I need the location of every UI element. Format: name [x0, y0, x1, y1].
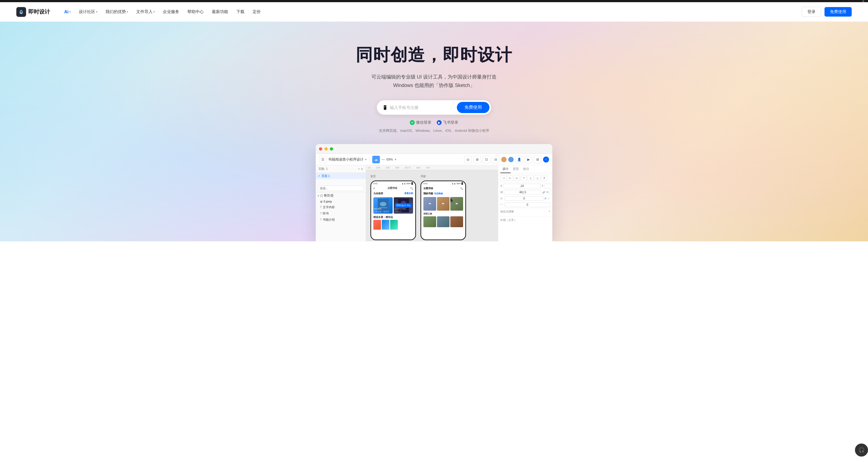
page-name: 页面 1 — [321, 174, 330, 178]
layer-item-intro[interactable]: T 书籍介绍 — [318, 217, 366, 223]
plus-icon[interactable]: + — [395, 158, 397, 161]
nav-item-enterprise[interactable]: 企业服务 — [160, 8, 183, 16]
h-input[interactable] — [550, 190, 552, 195]
page-check-icon: ✓ — [318, 174, 320, 178]
share-icon[interactable]: ◎ — [464, 156, 472, 163]
frame-label-home: 首页 — [370, 174, 416, 178]
ruler-mark: 100 — [376, 166, 380, 169]
phone-input[interactable] — [390, 105, 457, 110]
hero-title: 同时创造，即时设计 — [356, 43, 512, 66]
nav-features-label: 最新功能 — [212, 9, 228, 14]
top-bar: ✕ — [0, 0, 868, 2]
menu-icon[interactable]: ☰ — [319, 156, 327, 163]
ai-label: Ai — [64, 9, 68, 14]
flip-icon: ↔ — [548, 197, 550, 200]
tab-design[interactable]: 设计 — [500, 165, 511, 173]
text-icon-2: T — [320, 212, 322, 215]
logo[interactable]: 即时设计 — [16, 7, 50, 17]
canvas[interactable]: -24 100 200 300 437.5 600 700 首页 9:41 — [366, 165, 498, 241]
login-button[interactable]: 登录 — [802, 7, 821, 17]
appearance-section: 外观（正常） — [498, 216, 552, 225]
nav-item-community[interactable]: 设计社区 ▾ — [75, 8, 101, 16]
corner-input[interactable] — [505, 202, 550, 207]
nav-item-help[interactable]: 帮助中心 — [184, 8, 207, 16]
page-count: 页数: 1 — [318, 167, 328, 171]
wechat-login-button[interactable]: W 微信登录 — [410, 120, 431, 125]
shelf-grid: 📖 📖 📖 — [421, 196, 465, 212]
recommendation-header: 为你推荐 查看全部 — [371, 191, 415, 196]
distribute-button[interactable]: ⠿ — [541, 175, 547, 181]
more-link[interactable]: 查看全部 — [404, 192, 413, 195]
publish-icon[interactable]: ⊞ — [534, 156, 541, 163]
responsive-section: 响应式调整 + — [498, 208, 552, 216]
add-page-icon[interactable]: + — [358, 167, 360, 171]
frame-group-shelf: 书架 9:41 ▲▲ WiFi ▉ 云熙书谷 🔍 我的书架 书店商城 — [421, 174, 466, 237]
collapse-icon[interactable]: ∧ — [361, 167, 363, 171]
ruler-mark: 437.5 — [405, 166, 411, 169]
nav-item-import[interactable]: 文件导入 ▾ — [133, 8, 158, 16]
link-icon[interactable]: 🔗 — [542, 191, 545, 194]
register-button[interactable]: 免费使用 — [825, 7, 852, 16]
feishu-login-button[interactable]: ▶ 飞书登录 — [437, 120, 458, 125]
align-center-h-button[interactable]: ⊢ — [507, 175, 513, 181]
book-row — [371, 220, 415, 230]
ruler-mark: 300 — [395, 166, 399, 169]
window-close-dot — [319, 147, 322, 151]
x-input[interactable] — [503, 184, 540, 188]
wechat-login-label: 微信登录 — [416, 120, 431, 125]
w-label: W — [500, 191, 503, 194]
toolbar-right: ◎ ⊞ ⊡ ⊟ 👤 ▶ ⊞ ✓ — [464, 156, 549, 163]
grid-icon[interactable]: ⊞ — [473, 156, 481, 163]
align-bottom-button[interactable]: ⊥ — [534, 175, 540, 181]
play-icon[interactable]: ▶ — [525, 156, 532, 163]
align-left-button[interactable]: ⊣ — [500, 175, 506, 181]
text-icon-3: T — [320, 218, 322, 221]
props-tabs: 设计 原型 标注 — [498, 165, 552, 173]
tab-annotation[interactable]: 标注 — [521, 165, 531, 173]
page-item[interactable]: ✓ 页面 1 — [316, 173, 366, 179]
brand-name: 云熙书谷 — [388, 187, 397, 190]
frame-icon: ◻ — [320, 194, 323, 197]
phone-frame-shelf: 9:41 ▲▲ WiFi ▉ 云熙书谷 🔍 我的书架 书店商城 — [421, 180, 466, 240]
project-name: 书籍阅读类小程序设计 — [328, 157, 364, 162]
layers-search — [316, 185, 366, 192]
w-input[interactable] — [504, 190, 541, 195]
navbar: 即时设计 Ai ▾ 设计社区 ▾ 我们的优势 ▾ 文件导入 ▾ 企业服务 帮助中… — [0, 2, 868, 22]
h-label: H — [546, 191, 548, 194]
align-center-v-button[interactable]: ⊥ — [528, 175, 533, 181]
add-icon[interactable]: + — [549, 210, 550, 213]
book-grid: 假日海滨经典名著・精华品 — [371, 196, 415, 215]
nav-item-download[interactable]: 下载 — [233, 8, 248, 16]
shelf-book-3: 📖 — [450, 197, 463, 210]
users-icon[interactable]: 👤 — [515, 156, 523, 163]
cloud-icon[interactable]: ☁ — [372, 156, 380, 163]
frame-icon[interactable]: ⊟ — [492, 156, 499, 163]
nav-item-ai[interactable]: Ai ▾ — [61, 8, 74, 16]
selected-header: 精选名著・精华品 — [371, 215, 415, 220]
view-icon[interactable]: ⊡ — [483, 156, 490, 163]
layer-item-jpeg[interactable]: ▣ 6.jpeg — [318, 199, 366, 204]
layer-item-frame[interactable]: ▸ ◻ 整页/是 — [316, 192, 366, 199]
nav-help-label: 帮助中心 — [187, 9, 204, 14]
rotation-input[interactable] — [505, 196, 543, 201]
nav-menu-icon: ≡ — [373, 187, 375, 190]
corner-row: ◠ — [498, 202, 552, 208]
toolbar-separator: — — [381, 158, 385, 161]
app-toolbar: ☰ 书籍阅读类小程序设计 ▾ ☁ — 69% + ◎ ⊞ ⊡ ⊟ 👤 ▶ — [316, 154, 552, 165]
search-input[interactable] — [318, 186, 364, 191]
logo-icon — [16, 7, 26, 17]
align-right-button[interactable]: ⊢ — [514, 175, 520, 181]
canvas-content: 首页 9:41 ▲▲ WiFi ▉ ≡ 云熙书谷 🔍 — [366, 170, 498, 241]
nav-item-advantages[interactable]: 我们的优势 ▾ — [102, 8, 131, 16]
nav-item-pricing[interactable]: 定价 — [249, 8, 264, 16]
social-login-row: W 微信登录 ▶ 飞书登录 — [410, 120, 458, 125]
book-card-1[interactable]: 假日海滨经典名著・精华品 — [373, 197, 393, 213]
free-use-button[interactable]: 免费使用 — [457, 102, 490, 113]
book-card-2[interactable]: 保护野生动物探索保护 即时设计·Plu — [394, 197, 413, 213]
align-top-button[interactable]: ⊤ — [521, 175, 527, 181]
nav-item-features[interactable]: 最新功能 — [209, 8, 231, 16]
layer-item-listen[interactable]: T 听书 — [318, 210, 366, 217]
tab-prototype[interactable]: 原型 — [511, 165, 521, 173]
y-input[interactable] — [545, 184, 552, 188]
layer-item-text[interactable]: T 文字内容 — [318, 204, 366, 210]
